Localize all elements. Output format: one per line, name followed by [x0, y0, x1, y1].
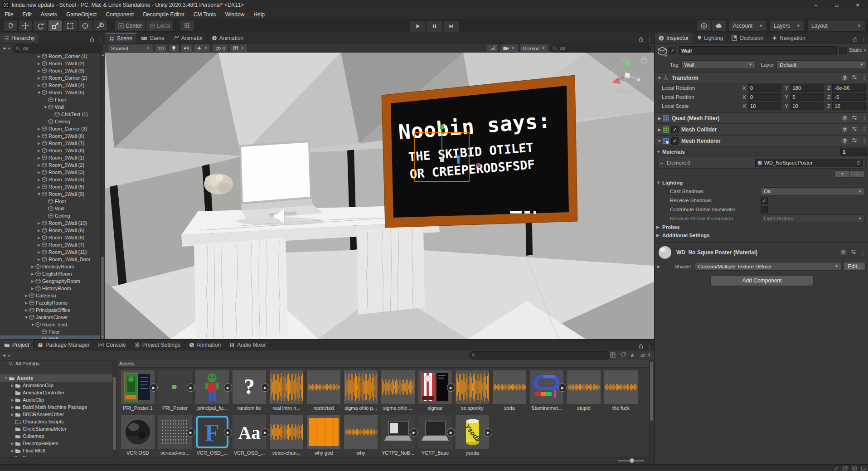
foldout-arrow-icon[interactable]: ▶ — [36, 127, 42, 131]
foldout-arrow-icon[interactable]: ▶ — [30, 286, 35, 291]
presets-icon[interactable] — [852, 115, 858, 121]
hierarchy-item-englishroom[interactable]: ▶EnglishRoom — [0, 270, 101, 277]
hierarchy-item-wall[interactable]: Wall — [0, 205, 101, 212]
asset-thumbnail[interactable] — [344, 415, 378, 449]
tab-game[interactable]: Game — [137, 33, 169, 43]
transform-z-field[interactable]: -6e-06 — [832, 84, 866, 92]
asset-thumbnail[interactable] — [307, 415, 340, 449]
transform-z-field[interactable]: 10 — [832, 102, 866, 110]
layers-dropdown[interactable]: Layers▼ — [770, 20, 805, 32]
transform-x-field[interactable]: 0 — [748, 84, 781, 92]
tab-project[interactable]: Project — [0, 339, 34, 350]
hierarchy-item-geologyroom[interactable]: ▶GeologyRoom — [0, 263, 101, 270]
add-asset-button[interactable]: ＋▼ — [2, 352, 11, 359]
scene-search-input[interactable] — [559, 45, 648, 52]
tag-dropdown[interactable]: Wall▼ — [681, 60, 756, 69]
foldout-arrow-icon[interactable]: ▼ — [4, 376, 9, 380]
static-checkbox[interactable]: – — [839, 47, 847, 54]
foldout-arrow-icon[interactable]: ▶ — [36, 250, 42, 254]
presets-icon[interactable] — [852, 138, 858, 144]
menu-item-edit[interactable]: Edit — [18, 10, 36, 19]
asset-pri-poster[interactable]: ▶PRI_Poster — [156, 370, 194, 411]
kebab-menu-icon[interactable]: ⋮ — [647, 344, 652, 350]
slider-handle[interactable] — [630, 458, 634, 463]
hierarchy-item-janitorscloset[interactable]: ▼JanitorsCloset — [0, 314, 101, 321]
contribute-gi-checkbox[interactable] — [761, 206, 768, 213]
static-dropdown-icon[interactable]: ▼ — [863, 49, 867, 53]
menu-item-file[interactable]: File — [0, 10, 18, 19]
lock-icon[interactable] — [639, 37, 643, 43]
menu-item-decompile-editor[interactable]: Decompile Editor — [138, 10, 189, 19]
hierarchy-item-wall[interactable]: Wall — [0, 335, 101, 339]
presets-icon[interactable] — [852, 126, 858, 133]
cast-shadows-dropdown[interactable]: On▼ — [761, 187, 865, 196]
mesh-filter-header[interactable]: ▶ Quad (Mesh Filter) ?⋮ — [655, 112, 868, 124]
hierarchy-item-room-1wall-6-[interactable]: ▶Room_1Wall (6) — [0, 132, 101, 140]
foldout-arrow-icon[interactable]: ▶ — [36, 170, 42, 175]
asset-restricted[interactable]: restricted — [305, 370, 342, 411]
help-icon[interactable]: ? — [842, 75, 848, 81]
scene-grid-dropdown[interactable]: ▼ — [230, 44, 247, 53]
asset-yctp2-nob-[interactable]: ▶YCTP2_NoB... — [379, 415, 417, 456]
kebab-menu-icon[interactable]: ⋮ — [862, 75, 867, 81]
tab-scene[interactable]: Scene — [105, 33, 137, 43]
foldout-arrow-icon[interactable]: ▶ — [36, 156, 42, 160]
asset-thumbnail[interactable] — [456, 370, 489, 404]
audio-toggle[interactable] — [180, 44, 192, 53]
foldout-arrow-icon[interactable]: ▶ — [36, 62, 42, 66]
materials-foldout[interactable]: ▼Materials 1 — [655, 148, 868, 156]
presets-icon[interactable] — [852, 75, 858, 81]
activity-icon[interactable] — [843, 466, 848, 471]
asset-thumbnail[interactable] — [121, 415, 155, 449]
tab-lighting[interactable]: Lighting — [693, 33, 727, 43]
custom-tool-button[interactable] — [93, 20, 107, 32]
foldout-arrow-icon[interactable]: ▼ — [36, 192, 42, 196]
console-status-icon[interactable] — [852, 466, 857, 471]
tab-navigation[interactable]: Navigation — [768, 33, 810, 43]
progress-icon[interactable] — [861, 466, 866, 471]
foldout-arrow-icon[interactable]: ▶ — [36, 141, 42, 146]
orientation-toggle[interactable]: Local — [146, 20, 174, 32]
foldout-arrow-icon[interactable]: ▶ — [30, 265, 35, 269]
folder-item-circlestaminameter[interactable]: CircleStaminaMeter — [0, 425, 117, 432]
hierarchy-item-room-0wall-1-[interactable]: ▶Room_0Wall (1) — [0, 154, 101, 161]
hierarchy-item-room-1wall-5-[interactable]: ▼Room_1Wall (5) — [0, 89, 101, 96]
asset-thumbnail[interactable]: ▶ — [158, 415, 192, 449]
prefab-expand-icon[interactable]: ▶ — [410, 428, 418, 437]
drag-handle-icon[interactable]: = — [660, 160, 663, 166]
foldout-arrow-icon[interactable]: ▼ — [24, 316, 29, 320]
hierarchy-item-room-1wall-8-[interactable]: ▶Room_1Wall (8) — [0, 147, 101, 154]
asset-thumbnail[interactable] — [270, 370, 303, 404]
asset-real-intro-n-[interactable]: real intro n... — [268, 370, 305, 411]
layer-dropdown[interactable]: Default▼ — [776, 60, 867, 69]
hierarchy-search-input[interactable] — [22, 45, 101, 52]
grid-scrollbar[interactable] — [649, 360, 654, 457]
prefab-expand-icon[interactable]: ▶ — [187, 428, 195, 437]
asset-thumbnail[interactable]: Ysoda▶ — [456, 415, 489, 449]
asset-sigma-ohio-[interactable]: sigma ohio ... — [379, 370, 417, 411]
tab-animator[interactable]: Animator — [169, 33, 208, 43]
asset-thumbnail[interactable]: ▶ — [418, 370, 452, 404]
hierarchy-item-room-1wall-4-[interactable]: ▶Room_1Wall (4) — [0, 82, 101, 89]
folder-item-audioclip[interactable]: ▶AudioClip — [0, 396, 117, 403]
asset-thumbnail[interactable] — [270, 415, 303, 449]
asset-thumbnail[interactable]: ▶ — [195, 370, 229, 404]
lighting-foldout[interactable]: ▼Lighting — [655, 179, 868, 187]
menu-item-help[interactable]: Help — [249, 10, 269, 19]
kebab-menu-icon[interactable]: ⋮ — [647, 37, 652, 43]
hierarchy-item-room-0wall-3-[interactable]: ▶Room_0Wall (3) — [0, 169, 101, 176]
asset-thumbnail[interactable] — [381, 370, 415, 404]
object-picker-icon[interactable]: ⊙ — [856, 160, 861, 166]
foldout-arrow-icon[interactable]: ▶ — [30, 272, 35, 276]
move-tool-button[interactable] — [18, 20, 33, 32]
asset-vcr-osd-mo-[interactable]: ▶vcr-osd-mo... — [156, 415, 194, 456]
prefab-expand-icon[interactable]: ▶ — [558, 384, 567, 392]
asset-thumbnail[interactable]: ▶ — [381, 415, 415, 449]
step-button[interactable] — [443, 20, 459, 32]
folder-item-baldi-math-machine-package[interactable]: ▶Baldi Math Machine Package — [0, 403, 117, 411]
hierarchy-item-room-1wall-2-[interactable]: ▶Room_1Wall (2) — [0, 60, 101, 67]
scene-camera-dropdown[interactable]: ▼ — [500, 44, 518, 53]
asset-thumbnail[interactable] — [567, 370, 601, 404]
scene-search[interactable] — [550, 44, 651, 53]
asset-thumbnail[interactable]: ▶ — [158, 370, 192, 404]
